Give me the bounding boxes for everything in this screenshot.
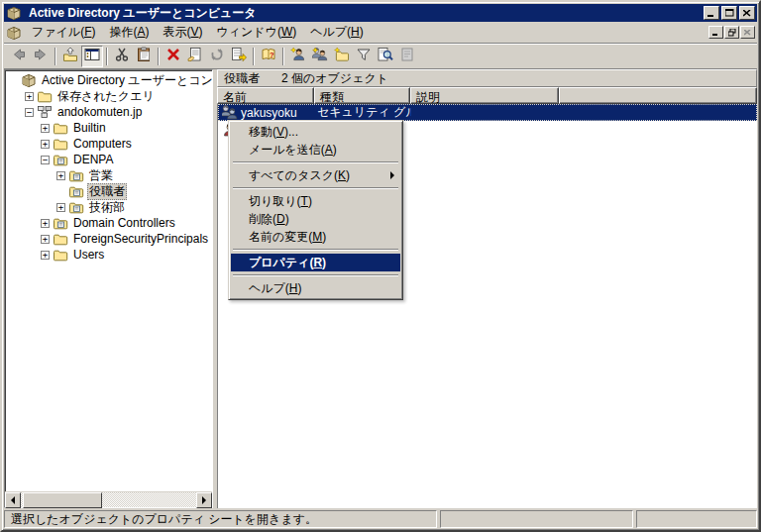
menu-item-2[interactable]: 表示(V) <box>156 22 209 43</box>
minimize-button[interactable] <box>704 6 719 20</box>
expand-box[interactable]: + <box>41 219 50 228</box>
svg-text:?: ? <box>270 51 274 59</box>
tree-item-DENPA[interactable]: −DENPA <box>5 152 212 167</box>
expand-box[interactable]: + <box>25 92 34 101</box>
tree-item-label[interactable]: Active Directory ユーザーとコンピュー <box>40 72 212 89</box>
forward-button[interactable] <box>30 46 52 67</box>
menu-bar: ファイル(F)操作(A)表示(V)ウィンドウ(W)ヘルプ(H) <box>4 22 757 44</box>
collapse-box[interactable]: − <box>25 108 34 117</box>
new-group-icon <box>312 47 328 65</box>
expand-box[interactable]: + <box>41 124 50 133</box>
tree-item-label[interactable]: Users <box>71 248 106 262</box>
column-header-blank[interactable] <box>559 87 757 104</box>
console-document-icon <box>6 25 22 41</box>
tree-item-label[interactable]: 技術部 <box>87 199 127 216</box>
column-header-種類[interactable]: 種類 <box>314 87 410 104</box>
new-user-button[interactable] <box>287 46 309 67</box>
red-x-icon <box>165 47 181 65</box>
tree-item-Domain Controllers[interactable]: +Domain Controllers <box>5 215 212 231</box>
menu-item-3[interactable]: ウィンドウ(W) <box>210 22 304 43</box>
mdi-minimize-button[interactable] <box>708 26 723 39</box>
column-header-名前[interactable]: 名前 <box>217 87 314 104</box>
refresh-icon <box>209 47 225 65</box>
tree-item-営業[interactable]: +営業 <box>5 167 212 183</box>
new-group-button[interactable] <box>309 46 331 67</box>
scroll-left-button[interactable] <box>5 492 21 508</box>
folder-icon <box>53 120 68 136</box>
tree-item-label[interactable]: 役職者 <box>87 183 127 200</box>
paste-button[interactable] <box>133 46 155 67</box>
context-menu-item-ヘルプ[interactable]: ヘルプ(H) <box>231 279 400 297</box>
tree-item-label[interactable]: ForeignSecurityPrincipals <box>71 232 210 246</box>
list-row-yakusyoku[interactable]: yakusyokuセキュリティ グル <box>218 104 757 121</box>
menu-item-0[interactable]: ファイル(F) <box>25 22 102 43</box>
context-menu-item-すべてのタスク[interactable]: すべてのタスク(K) <box>231 166 400 184</box>
toolbar-separator <box>54 48 56 65</box>
tree-item-Builtin[interactable]: +Builtin <box>5 120 212 136</box>
context-menu-item-削除[interactable]: 削除(D) <box>231 210 400 228</box>
expand-box[interactable]: + <box>41 251 50 260</box>
menu-item-1[interactable]: 操作(A) <box>102 22 156 43</box>
find-button[interactable] <box>375 46 396 67</box>
find-icon <box>378 47 393 65</box>
ou-icon <box>68 183 84 199</box>
console-icon <box>21 72 37 88</box>
write-note-button[interactable] <box>396 46 418 67</box>
tree-item-技術部[interactable]: +技術部 <box>5 199 212 215</box>
console-tree-pane: Active Directory ユーザーとコンピュー+保存されたクエリ−and… <box>4 69 213 508</box>
tree-horizontal-scrollbar[interactable] <box>5 491 212 507</box>
context-menu-item-名前の変更[interactable]: 名前の変更(M) <box>231 228 400 246</box>
tree-item-label[interactable]: 営業 <box>87 167 115 184</box>
tree-item-ForeignSecurityPrincipals[interactable]: +ForeignSecurityPrincipals <box>5 231 212 247</box>
export-list-button[interactable] <box>228 46 250 67</box>
new-ou-icon <box>334 47 350 65</box>
scissors-icon <box>114 47 130 65</box>
tree-item-Users[interactable]: +Users <box>5 247 212 263</box>
tree-item-保存されたクエリ[interactable]: +保存されたクエリ <box>5 88 212 104</box>
expand-box[interactable]: + <box>56 203 65 212</box>
close-button[interactable] <box>739 6 755 20</box>
list-column-headers: 名前種類説明 <box>217 87 757 104</box>
collapse-box[interactable]: − <box>41 156 50 164</box>
context-menu-item-メールを送信[interactable]: メールを送信(A) <box>231 141 400 159</box>
properties-button[interactable] <box>184 46 206 67</box>
menu-item-4[interactable]: ヘルプ(H) <box>303 22 371 43</box>
tree-item-Computers[interactable]: +Computers <box>5 136 212 152</box>
delete-button[interactable] <box>163 46 184 67</box>
show-console-tree-button[interactable] <box>81 46 103 67</box>
scrollbar-track[interactable] <box>102 492 196 507</box>
back-button[interactable] <box>8 46 30 67</box>
cut-button[interactable] <box>111 46 133 67</box>
expand-box[interactable]: + <box>41 235 50 244</box>
expand-box[interactable]: + <box>56 171 65 180</box>
tree-item-label[interactable]: 保存されたクエリ <box>55 88 157 105</box>
context-menu-item-移動[interactable]: 移動(V)... <box>231 123 400 141</box>
submenu-arrow-icon <box>390 171 394 179</box>
maximize-button[interactable] <box>721 6 737 20</box>
tree-item-Active Directory ユーザーとコンピュー[interactable]: Active Directory ユーザーとコンピュー <box>5 72 212 88</box>
up-one-level-button[interactable] <box>59 46 81 67</box>
console-tree-icon <box>84 47 100 65</box>
expand-box[interactable]: + <box>41 140 50 149</box>
tree-item-label[interactable]: Computers <box>71 137 134 151</box>
mdi-close-button[interactable] <box>740 26 755 39</box>
new-ou-button[interactable] <box>331 46 353 67</box>
tree-item-label[interactable]: Builtin <box>71 121 108 135</box>
context-menu-item-切り取り[interactable]: 切り取り(T) <box>231 192 400 210</box>
context-menu-item-プロパティ[interactable]: プロパティ(R) <box>231 254 400 271</box>
scroll-right-button[interactable] <box>196 492 212 508</box>
refresh-button[interactable] <box>206 46 228 67</box>
context-menu: 移動(V)...メールを送信(A)すべてのタスク(K)切り取り(T)削除(D)名… <box>228 120 403 300</box>
filter-button[interactable] <box>353 46 375 67</box>
tree-item-label[interactable]: Domain Controllers <box>71 216 177 230</box>
toolbar-separator <box>253 48 255 65</box>
tree-item-label[interactable]: andokomuten.jp <box>55 105 144 119</box>
column-header-説明[interactable]: 説明 <box>410 87 559 104</box>
menu-separator <box>233 274 398 276</box>
help-button[interactable]: ? <box>258 46 279 67</box>
scrollbar-thumb[interactable] <box>23 492 102 508</box>
tree-item-label[interactable]: DENPA <box>71 153 115 166</box>
tree-item-andokomuten.jp[interactable]: −andokomuten.jp <box>5 104 212 120</box>
mdi-restore-button[interactable] <box>724 26 739 39</box>
tree-item-役職者[interactable]: 役職者 <box>5 183 212 199</box>
